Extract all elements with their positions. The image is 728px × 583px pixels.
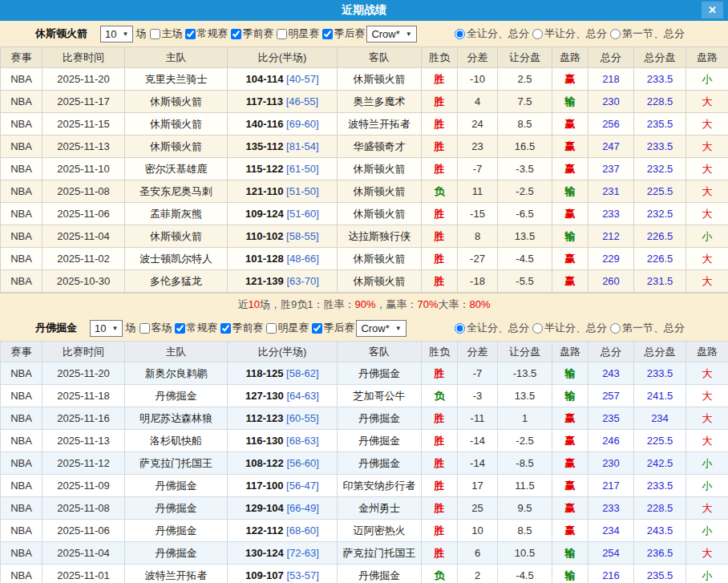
close-button[interactable]: ✕	[702, 2, 723, 18]
odds-type-option-2[interactable]: 第一节、总分	[610, 321, 685, 335]
radio-input[interactable]	[532, 29, 543, 39]
cell-total-line: 242.5	[634, 452, 686, 475]
checkbox-input[interactable]	[266, 323, 277, 334]
cell-league: NBA	[1, 225, 42, 248]
checkbox-input[interactable]	[322, 29, 333, 39]
cell-total-result: 小	[686, 475, 728, 497]
cell-point-diff: -7	[458, 158, 498, 180]
odds-type-option-2[interactable]: 第一节、总分	[610, 26, 685, 41]
cell-home-team: 休斯顿火箭	[125, 113, 228, 136]
filter-checkbox-2[interactable]: 季前赛	[228, 26, 273, 41]
cell-league: NBA	[1, 407, 42, 430]
odds-type-option-1[interactable]: 半让分、总分	[532, 321, 607, 335]
filter-checkbox-0[interactable]: 主场	[147, 26, 182, 41]
radio-input[interactable]	[532, 323, 543, 334]
checkbox-input[interactable]	[277, 29, 287, 39]
summary-segment: 场，胜9负1：胜率：	[260, 298, 354, 312]
cell-point-diff: -27	[458, 248, 498, 270]
filter-checkbox-3[interactable]: 明星赛	[263, 321, 309, 335]
final-score: 117-113	[246, 95, 283, 107]
filter-checkbox-4[interactable]: 季后赛	[309, 321, 354, 335]
filter-checkbox-1[interactable]: 常规赛	[172, 321, 217, 335]
cell-home-team: 萨克拉门托国王	[125, 452, 228, 475]
checkbox-input[interactable]	[140, 323, 150, 334]
cell-handicap-result: 赢	[552, 497, 588, 520]
cell-league: NBA	[1, 158, 42, 180]
column-header: 胜负	[422, 47, 458, 68]
cell-league: NBA	[1, 542, 42, 565]
odds-type-radios: 全让分、总分半让分、总分第一节、总分	[451, 26, 685, 41]
cell-away-team: 奥兰多魔术	[338, 91, 422, 113]
cell-total-points: 256	[588, 113, 634, 136]
cell-date: 2025-11-06	[42, 520, 125, 542]
cell-score: 115-122 [61-50]	[228, 158, 338, 180]
radio-input[interactable]	[610, 29, 621, 39]
cell-league: NBA	[1, 113, 42, 136]
cell-date: 2025-11-06	[42, 203, 125, 225]
halftime-score: [69-60]	[286, 118, 318, 130]
filter-checkbox-3[interactable]: 明星赛	[273, 26, 319, 41]
cell-handicap-line: 13.5	[498, 225, 552, 248]
cell-total-line: 232.5	[634, 203, 686, 225]
company-value: Crow*	[371, 28, 399, 40]
filter-label: 季后赛	[334, 26, 365, 41]
odds-type-option-0[interactable]: 全让分、总分	[455, 321, 529, 335]
cell-handicap-result: 输	[552, 225, 588, 248]
company-select[interactable]: Crow*▼	[366, 26, 416, 43]
cell-total-points: 230	[588, 91, 634, 113]
cell-score: 122-112 [68-60]	[228, 520, 338, 542]
filter-checkbox-1[interactable]: 常规赛	[182, 26, 228, 41]
radio-input[interactable]	[610, 323, 621, 334]
cell-score: 116-130 [68-63]	[228, 430, 338, 452]
cell-league: NBA	[1, 430, 42, 452]
cell-score: 109-124 [51-60]	[228, 203, 338, 225]
column-header: 分差	[458, 342, 498, 362]
checkbox-input[interactable]	[175, 323, 185, 334]
halftime-score: [40-57]	[286, 73, 318, 85]
cell-home-team: 密尔沃基雄鹿	[125, 158, 228, 180]
company-select[interactable]: Crow*▼	[356, 320, 406, 337]
checkbox-input[interactable]	[220, 323, 231, 334]
cell-total-line: 236.5	[634, 542, 686, 565]
filter-checkbox-0[interactable]: 客场	[136, 321, 172, 335]
cell-date: 2025-10-30	[42, 270, 125, 293]
checkbox-input[interactable]	[312, 323, 322, 334]
final-score: 108-122	[245, 457, 284, 469]
final-score: 101-128	[245, 253, 284, 265]
cell-point-diff: 24	[458, 113, 498, 136]
radio-input[interactable]	[455, 323, 465, 334]
cell-point-diff: 4	[458, 91, 498, 113]
games-unit-label: 场	[135, 26, 146, 41]
game-row: NBA2025-11-17休斯顿火箭117-113 [46-55]奥兰多魔术胜4…	[1, 91, 728, 113]
cell-date: 2025-11-01	[42, 565, 125, 583]
filter-checkbox-4[interactable]: 季后赛	[319, 26, 365, 41]
cell-handicap-line: 1	[498, 407, 552, 430]
games-count-select[interactable]: 10▼	[100, 26, 133, 43]
cell-point-diff: 8	[458, 225, 498, 248]
chevron-down-icon: ▼	[395, 325, 402, 332]
cell-total-points: 230	[588, 452, 634, 475]
checkbox-input[interactable]	[150, 29, 160, 39]
games-unit-label: 场	[125, 321, 135, 335]
odds-type-option-0[interactable]: 全让分、总分	[455, 26, 529, 41]
halftime-score: [64-63]	[286, 390, 318, 402]
cell-total-result: 大	[686, 542, 728, 565]
games-count-select[interactable]: 10▼	[90, 320, 123, 337]
odds-type-option-1[interactable]: 半让分、总分	[532, 26, 607, 41]
cell-home-team: 丹佛掘金	[125, 385, 228, 407]
halftime-score: [56-60]	[286, 457, 318, 469]
filter-checkbox-2[interactable]: 季前赛	[217, 321, 263, 335]
company-value: Crow*	[361, 322, 389, 334]
column-header: 分差	[458, 47, 498, 68]
checkbox-input[interactable]	[185, 29, 196, 39]
radio-input[interactable]	[455, 29, 465, 39]
game-row: NBA2025-11-20克里夫兰骑士104-114 [40-57]休斯顿火箭胜…	[1, 68, 728, 91]
cell-date: 2025-11-08	[42, 180, 125, 203]
cell-point-diff: 17	[458, 475, 498, 497]
radio-label: 半让分、总分	[544, 321, 607, 335]
cell-away-team: 休斯顿火箭	[338, 270, 422, 293]
filter-label: 客场	[151, 321, 172, 335]
final-score: 130-124	[245, 547, 284, 559]
cell-point-diff: 23	[458, 136, 498, 158]
checkbox-input[interactable]	[231, 29, 241, 39]
